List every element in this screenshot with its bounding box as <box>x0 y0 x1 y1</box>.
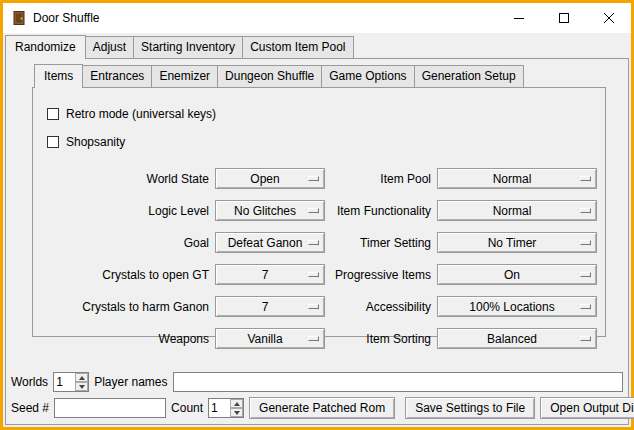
goal-label: Goal <box>41 236 209 250</box>
inner-notebook: Items Entrances Enemizer Dungeon Shuffle… <box>32 64 606 337</box>
spin-down-icon[interactable] <box>230 408 243 417</box>
worlds-input[interactable] <box>54 373 75 391</box>
tab-enemizer[interactable]: Enemizer <box>151 65 218 87</box>
accessibility-label: Accessibility <box>331 300 431 314</box>
dropdown-indicator-icon <box>308 208 319 213</box>
retro-mode-checkbox[interactable] <box>47 108 59 120</box>
tab-game-options[interactable]: Game Options <box>321 65 414 87</box>
logic-level-dropdown[interactable]: No Glitches <box>215 200 325 221</box>
spin-up-icon[interactable] <box>230 399 243 408</box>
dropdown-indicator-icon <box>308 304 319 309</box>
item-sorting-dropdown[interactable]: Balanced <box>437 328 597 349</box>
progressive-items-dropdown[interactable]: On <box>437 264 597 285</box>
tab-generation-setup[interactable]: Generation Setup <box>414 65 524 87</box>
worlds-spinbox[interactable] <box>53 372 89 392</box>
player-names-input[interactable] <box>173 372 624 392</box>
app-icon <box>11 10 27 26</box>
progressive-items-label: Progressive Items <box>331 268 431 282</box>
dropdown-indicator-icon <box>580 336 591 341</box>
window-title: Door Shuffle <box>33 11 100 25</box>
goal-dropdown[interactable]: Defeat Ganon <box>215 232 325 253</box>
worlds-label: Worlds <box>11 375 48 389</box>
count-input[interactable] <box>209 399 230 417</box>
count-spinbox[interactable] <box>208 398 244 418</box>
minimize-icon <box>514 13 524 23</box>
options-form: World State Open Item Pool Normal Logic … <box>41 168 597 349</box>
tab-adjust[interactable]: Adjust <box>85 36 134 58</box>
crystals-open-gt-dropdown[interactable]: 7 <box>215 264 325 285</box>
dropdown-indicator-icon <box>308 176 319 181</box>
outer-tab-bar: Randomize Adjust Starting Inventory Cust… <box>3 35 631 58</box>
item-pool-dropdown[interactable]: Normal <box>437 168 597 189</box>
close-icon <box>604 13 614 23</box>
player-names-label: Player names <box>94 375 167 389</box>
shopsanity-checkbox[interactable] <box>47 136 59 148</box>
generate-patched-rom-button[interactable]: Generate Patched Rom <box>249 397 395 419</box>
randomize-page: Items Entrances Enemizer Dungeon Shuffle… <box>5 58 629 425</box>
client-area: Randomize Adjust Starting Inventory Cust… <box>3 33 631 427</box>
weapons-dropdown[interactable]: Vanilla <box>215 328 325 349</box>
maximize-button[interactable] <box>541 3 586 33</box>
window-controls <box>496 3 631 33</box>
seed-input[interactable] <box>54 398 166 418</box>
crystals-harm-ganon-dropdown[interactable]: 7 <box>215 296 325 317</box>
items-page: Retro mode (universal keys) Shopsanity W… <box>32 87 606 337</box>
inner-tab-bar: Items Entrances Enemizer Dungeon Shuffle… <box>32 64 606 87</box>
close-button[interactable] <box>586 3 631 33</box>
crystals-harm-ganon-label: Crystals to harm Ganon <box>41 300 209 314</box>
accessibility-dropdown[interactable]: 100% Locations <box>437 296 597 317</box>
dropdown-indicator-icon <box>580 240 591 245</box>
door-shuffle-window: Door Shuffle Randomize Adjust Starting I… <box>0 0 634 430</box>
count-label: Count <box>171 401 203 415</box>
dropdown-indicator-icon <box>580 272 591 277</box>
count-spin-arrows <box>230 399 243 417</box>
crystals-open-gt-label: Crystals to open GT <box>41 268 209 282</box>
spin-up-icon[interactable] <box>75 373 88 382</box>
spin-down-icon[interactable] <box>75 382 88 391</box>
item-functionality-dropdown[interactable]: Normal <box>437 200 597 221</box>
seed-label: Seed # <box>11 401 49 415</box>
dropdown-indicator-icon <box>580 208 591 213</box>
worlds-spin-arrows <box>75 373 88 391</box>
tab-custom-item-pool[interactable]: Custom Item Pool <box>242 36 353 58</box>
tab-randomize[interactable]: Randomize <box>5 35 86 59</box>
minimize-button[interactable] <box>496 3 541 33</box>
tab-items[interactable]: Items <box>34 64 83 88</box>
dropdown-indicator-icon <box>308 272 319 277</box>
tab-entrances[interactable]: Entrances <box>82 65 152 87</box>
dropdown-indicator-icon <box>580 176 591 181</box>
retro-mode-label: Retro mode (universal keys) <box>66 107 216 121</box>
world-state-label: World State <box>41 172 209 186</box>
tab-starting-inventory[interactable]: Starting Inventory <box>133 36 243 58</box>
retro-mode-row: Retro mode (universal keys) <box>47 104 597 124</box>
item-pool-label: Item Pool <box>331 172 431 186</box>
shopsanity-label: Shopsanity <box>66 135 125 149</box>
worlds-row: Worlds Player names <box>11 372 623 392</box>
seed-row: Seed # Count Generate Patched Rom Save S… <box>11 397 623 419</box>
save-settings-button[interactable]: Save Settings to File <box>405 397 535 419</box>
open-output-directory-button[interactable]: Open Output Directory <box>540 397 634 419</box>
dropdown-indicator-icon <box>308 240 319 245</box>
shopsanity-row: Shopsanity <box>47 132 597 152</box>
dropdown-indicator-icon <box>308 336 319 341</box>
item-functionality-label: Item Functionality <box>331 204 431 218</box>
tab-dungeon-shuffle[interactable]: Dungeon Shuffle <box>217 65 322 87</box>
logic-level-label: Logic Level <box>41 204 209 218</box>
timer-setting-label: Timer Setting <box>331 236 431 250</box>
titlebar: Door Shuffle <box>3 3 631 33</box>
timer-setting-dropdown[interactable]: No Timer <box>437 232 597 253</box>
world-state-dropdown[interactable]: Open <box>215 168 325 189</box>
dropdown-indicator-icon <box>580 304 591 309</box>
maximize-icon <box>559 13 569 23</box>
